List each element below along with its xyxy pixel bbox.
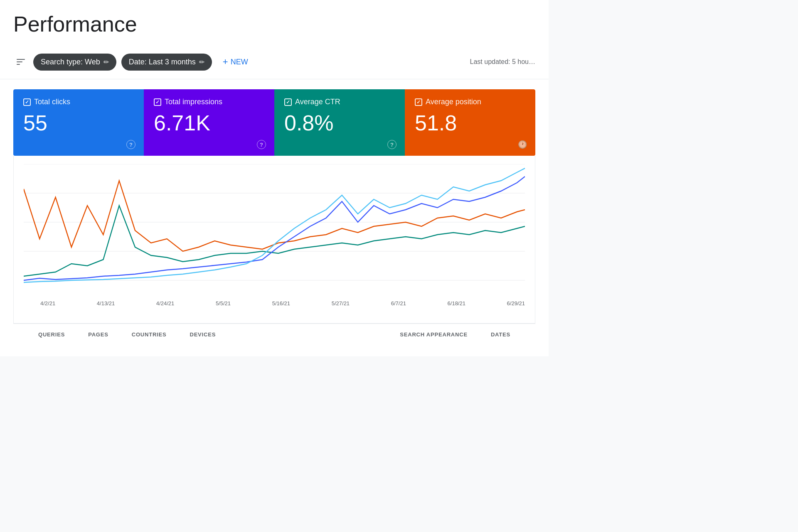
- last-updated: Last updated: 5 hou…: [470, 58, 535, 66]
- x-label-3: 4/24/21: [156, 300, 174, 306]
- x-label-4: 5/5/21: [216, 300, 231, 306]
- metric-card-total-clicks[interactable]: Total clicks 55 ?: [13, 89, 144, 156]
- filter-icon[interactable]: [13, 56, 28, 68]
- metric-card-impressions[interactable]: Total impressions 6.71K ?: [144, 89, 274, 156]
- metric-label-position: Average position: [426, 98, 481, 106]
- help-icon-ctr[interactable]: ?: [387, 140, 397, 149]
- plus-icon: +: [223, 56, 228, 67]
- tab-search-appearance[interactable]: SEARCH APPEARANCE: [388, 324, 479, 346]
- bottom-tabs-left: QUERIES PAGES COUNTRIES DEVICES: [27, 324, 227, 346]
- edit-icon-date: ✏: [199, 58, 204, 66]
- x-label-7: 6/7/21: [391, 300, 406, 306]
- chart-xaxis: 4/2/21 4/13/21 4/24/21 5/5/21 5/16/21 5/…: [24, 297, 525, 306]
- x-label-6: 5/27/21: [332, 300, 350, 306]
- x-label-8: 6/18/21: [448, 300, 466, 306]
- metric-label-ctr: Average CTR: [295, 98, 340, 106]
- x-label-1: 4/2/21: [40, 300, 55, 306]
- metric-label-impressions: Total impressions: [165, 98, 222, 106]
- bottom-tabs: QUERIES PAGES COUNTRIES DEVICES SEARCH A…: [13, 324, 535, 346]
- tab-devices[interactable]: DEVICES: [178, 324, 227, 346]
- tab-pages[interactable]: PAGES: [76, 324, 120, 346]
- metric-label-row: Total clicks: [23, 98, 134, 106]
- checkbox-icon-impressions: [154, 98, 161, 106]
- checkbox-icon-position: [415, 98, 422, 106]
- metric-label-row-position: Average position: [415, 98, 525, 106]
- x-label-2: 4/13/21: [97, 300, 115, 306]
- metric-card-position[interactable]: Average position 51.8 🕐: [405, 89, 535, 156]
- metric-label-row-impressions: Total impressions: [154, 98, 264, 106]
- metric-value-position: 51.8: [415, 111, 525, 135]
- help-icon-impressions[interactable]: ?: [257, 140, 266, 149]
- search-type-chip[interactable]: Search type: Web ✏: [33, 54, 116, 71]
- toolbar: Search type: Web ✏ Date: Last 3 months ✏…: [13, 45, 535, 79]
- page-header: Performance Search type: Web ✏ Date: Las…: [0, 0, 549, 79]
- metric-card-ctr[interactable]: Average CTR 0.8% ?: [274, 89, 405, 156]
- edit-icon: ✏: [103, 58, 109, 66]
- x-label-9: 6/29/21: [507, 300, 525, 306]
- chart-container: 4/2/21 4/13/21 4/24/21 5/5/21 5/16/21 5/…: [13, 156, 535, 324]
- new-label: NEW: [231, 58, 248, 66]
- metric-value-ctr: 0.8%: [284, 111, 395, 135]
- metric-value-impressions: 6.71K: [154, 111, 264, 135]
- date-chip[interactable]: Date: Last 3 months ✏: [121, 54, 212, 71]
- search-type-label: Search type: Web: [41, 58, 100, 66]
- metric-label-row-ctr: Average CTR: [284, 98, 395, 106]
- tab-queries[interactable]: QUERIES: [27, 324, 76, 346]
- metric-value-clicks: 55: [23, 111, 134, 135]
- date-label: Date: Last 3 months: [129, 58, 196, 66]
- help-icon-clicks[interactable]: ?: [126, 140, 135, 149]
- checkbox-icon-clicks: [23, 98, 31, 106]
- tab-dates[interactable]: DATES: [479, 324, 522, 346]
- page-title: Performance: [13, 12, 535, 45]
- x-label-5: 5/16/21: [272, 300, 290, 306]
- main-content: Total clicks 55 ? Total impressions 6.71…: [0, 79, 549, 356]
- new-button[interactable]: + NEW: [217, 52, 254, 71]
- info-icon-position[interactable]: 🕐: [518, 140, 527, 149]
- checkbox-icon-ctr: [284, 98, 292, 106]
- line-chart: [24, 164, 525, 297]
- metric-label-clicks: Total clicks: [34, 98, 70, 106]
- tab-countries[interactable]: COUNTRIES: [120, 324, 178, 346]
- metrics-row: Total clicks 55 ? Total impressions 6.71…: [13, 89, 535, 156]
